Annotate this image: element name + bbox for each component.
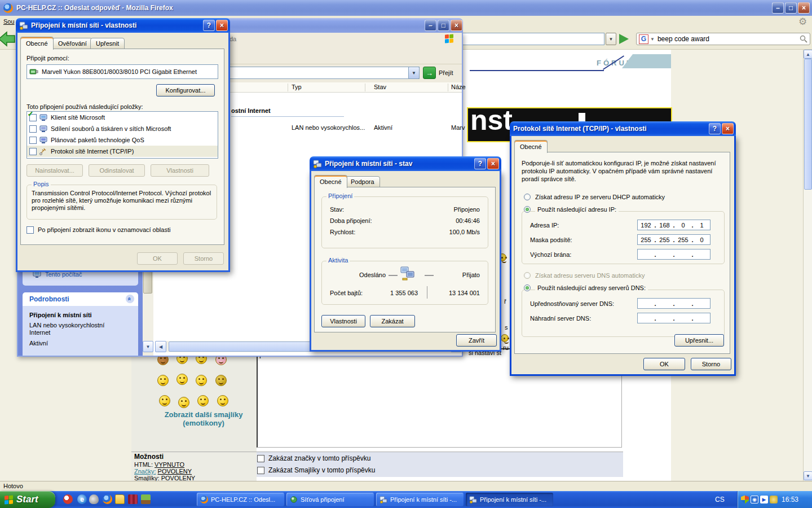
tab-obecne[interactable]: Obecné <box>314 175 347 188</box>
ok-button[interactable]: OK <box>137 252 178 265</box>
search-engine-dropdown-icon[interactable]: ▼ <box>650 37 655 42</box>
smiley-icon[interactable] <box>215 375 227 386</box>
clock[interactable]: 16:53 <box>782 496 798 503</box>
tray-play-icon[interactable]: ▶ <box>760 496 768 503</box>
ip-octet[interactable]: 192 <box>638 222 654 229</box>
ip-octet[interactable]: 255 <box>675 237 691 243</box>
dialog-titlebar[interactable]: Protokol sítě Internet (TCP/IP) - vlastn… <box>510 121 736 136</box>
back-button-icon[interactable] <box>0 30 16 47</box>
tree-app-icon[interactable] <box>141 494 151 504</box>
list-item[interactable]: Klient sítě Microsoft <box>27 112 218 123</box>
taskbar-task-connection-properties[interactable]: Připojení k místní síti -... <box>466 493 553 506</box>
ip-address-input[interactable]: 192. 168. 0. 1 <box>637 220 710 230</box>
properties-button[interactable]: Vlastnosti <box>151 164 209 177</box>
firefox-titlebar[interactable]: PC-HELP.CZ :: Odeslat odpověď - Mozilla … <box>0 0 812 16</box>
ie-icon[interactable]: e <box>77 494 87 504</box>
item-checkbox[interactable] <box>29 125 37 133</box>
smiley-icon[interactable] <box>178 397 189 408</box>
tab-obecne[interactable]: Obecné <box>20 37 54 50</box>
items-listbox[interactable]: Klient sítě Microsoft Sdílení souborů a … <box>27 111 218 159</box>
help-button[interactable]: ? <box>474 158 486 169</box>
dns-secondary-input[interactable]: ... <box>637 313 710 323</box>
opera-icon[interactable] <box>63 494 73 504</box>
scroll-down-icon[interactable]: ▼ <box>804 471 812 480</box>
option-tags-link[interactable]: Značky: <box>134 468 156 475</box>
advanced-button[interactable]: Upřesnit... <box>674 334 724 347</box>
dns-auto-radio[interactable] <box>524 272 531 279</box>
ip-octet[interactable]: 0 <box>675 222 691 229</box>
cat-app-icon[interactable] <box>89 494 99 504</box>
collapse-chevron-icon[interactable]: « <box>125 294 135 304</box>
language-indicator[interactable]: CS <box>715 496 725 503</box>
tab-podpora[interactable]: Podpora <box>345 176 380 187</box>
address-dropdown-button[interactable]: ▼ <box>408 67 420 79</box>
dhcp-radio-label[interactable]: Získat adresu IP ze serveru DHCP automat… <box>535 194 665 200</box>
search-input[interactable] <box>656 34 798 43</box>
close-button[interactable]: × <box>487 158 499 169</box>
dns-static-radio-label[interactable]: Použít následující adresy serverů DNS: <box>535 284 648 291</box>
dialog-titlebar[interactable]: Připojení k místní síti - vlastnosti ? × <box>16 18 230 33</box>
page-scrollbar[interactable]: ▲ ▼ <box>803 50 812 481</box>
ok-button[interactable]: OK <box>643 358 685 370</box>
smiley-icon[interactable] <box>159 395 170 406</box>
go-button-icon[interactable] <box>619 34 629 44</box>
dialog-titlebar[interactable]: Připojení k místní síti - stav ? × <box>310 156 501 171</box>
ip-octet[interactable]: 255 <box>656 237 673 243</box>
more-smilies-link[interactable]: Zobrazit další smajlíky (emotikony) <box>156 410 251 427</box>
taskbar-task-firefox[interactable]: PC-HELP.CZ :: Odesl... <box>197 493 284 506</box>
dns-static-radio[interactable] <box>524 284 531 291</box>
column-header-nazev[interactable]: Náze <box>451 84 466 90</box>
smiley-icon[interactable] <box>196 375 207 386</box>
close-button[interactable]: × <box>722 123 734 134</box>
menu-file[interactable]: Sou <box>3 18 15 25</box>
tab-obecne[interactable]: Obecné <box>514 140 548 153</box>
properties-button[interactable]: Vlastnosti <box>321 315 365 327</box>
list-item[interactable]: Plánovač paketů technologie QoS <box>27 134 218 146</box>
close-button[interactable]: × <box>216 20 228 31</box>
item-checkbox[interactable] <box>29 137 37 144</box>
maximize-button[interactable]: □ <box>785 2 797 14</box>
disable-tags-checkbox[interactable] <box>257 455 264 462</box>
ip-octet[interactable]: 1 <box>694 222 710 229</box>
scrollbar-thumb[interactable] <box>169 341 333 352</box>
help-button[interactable]: ? <box>203 20 215 31</box>
static-ip-radio[interactable] <box>524 206 531 213</box>
configure-button[interactable]: Konfigurovat... <box>156 84 215 97</box>
list-item-selected[interactable]: Protokol sítě Internet (TCP/IP) <box>27 146 218 157</box>
go-label[interactable]: Přejít <box>439 69 453 76</box>
gear-icon[interactable]: ⚙ <box>798 16 807 28</box>
ip-octet[interactable]: 0 <box>694 237 710 243</box>
subnet-mask-input[interactable]: 255. 255. 255. 0 <box>637 234 710 245</box>
red-app-icon[interactable] <box>128 494 138 504</box>
smiley-icon[interactable] <box>176 374 188 385</box>
url-dropdown-button[interactable]: ▼ <box>606 33 616 45</box>
search-icon[interactable] <box>800 35 807 43</box>
install-button[interactable]: Nainstalovat... <box>27 164 83 177</box>
google-logo-icon[interactable]: G <box>639 34 648 44</box>
disable-smilies-checkbox[interactable] <box>257 467 264 474</box>
tray-gold-icon[interactable] <box>770 496 778 503</box>
ip-octet[interactable]: 168 <box>656 222 673 229</box>
taskbar-task-connection-status[interactable]: Připojení k místní síti -... <box>376 493 464 506</box>
minimize-button[interactable]: – <box>772 2 784 14</box>
scrollbar-thumb[interactable] <box>804 59 812 190</box>
column-header-typ[interactable]: Typ <box>292 84 302 90</box>
minimize-button[interactable]: – <box>425 20 436 31</box>
smiley-icon[interactable] <box>217 395 228 406</box>
firefox-icon[interactable] <box>103 494 112 504</box>
gateway-input[interactable]: ... <box>637 249 710 260</box>
cancel-button[interactable]: Storno <box>183 252 224 265</box>
details-header[interactable]: Podrobnosti « <box>23 292 138 306</box>
static-ip-radio-label[interactable]: Použít následující adresu IP: <box>535 206 619 213</box>
smiley-icon[interactable] <box>197 395 209 406</box>
uninstall-button[interactable]: Odinstalovat <box>89 164 145 177</box>
menu-help-fragment[interactable]: da <box>230 36 236 42</box>
maximize-button[interactable]: □ <box>438 20 449 31</box>
folder-icon[interactable] <box>115 494 125 504</box>
close-button[interactable]: × <box>798 2 810 14</box>
tab-overovani[interactable]: Ověřování <box>52 38 92 49</box>
taskbar-task-network-connections[interactable]: Síťová připojení <box>286 493 374 506</box>
dns-primary-input[interactable]: ... <box>637 298 710 309</box>
column-header-stav[interactable]: Stav <box>374 84 386 90</box>
ip-octet[interactable]: 255 <box>638 237 654 243</box>
